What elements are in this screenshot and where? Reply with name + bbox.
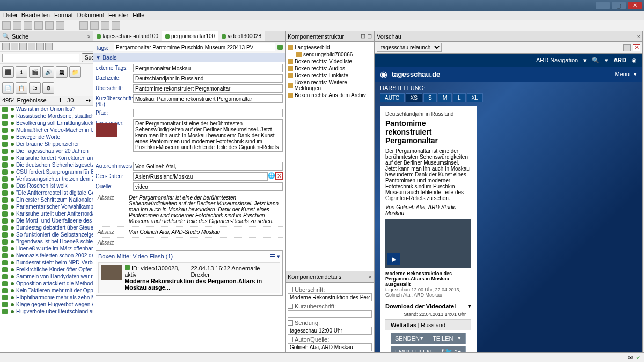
type-button[interactable]: ℹ bbox=[16, 66, 27, 78]
ard-nav[interactable]: ARD Navigation bbox=[536, 57, 578, 63]
filter-icon[interactable] bbox=[36, 43, 44, 50]
result-item[interactable]: "Die Antiterrordatei ist digitale Gewalt bbox=[0, 189, 93, 196]
result-item[interactable]: Rassistische Mordserie, staatliches Vers bbox=[0, 113, 93, 120]
menu-datei[interactable]: Datei bbox=[3, 12, 17, 19]
tree-tools[interactable]: ⊞ ⊟ bbox=[361, 33, 372, 40]
autor-input[interactable] bbox=[133, 162, 283, 171]
type-button[interactable]: 📁 bbox=[69, 66, 81, 78]
filter-icon[interactable] bbox=[2, 43, 10, 50]
result-item[interactable]: So funktioniert die Selbstanzeige bbox=[0, 231, 93, 238]
geo-pick-icon[interactable]: 🌐 bbox=[268, 172, 275, 179]
pfad-input[interactable] bbox=[133, 109, 283, 117]
ueberschrift-input[interactable] bbox=[133, 84, 283, 93]
toolbar-icon[interactable] bbox=[101, 21, 109, 30]
result-item[interactable]: Klage gegen Flugverbot wegen Aschew bbox=[0, 301, 93, 308]
result-item[interactable]: Karlsruhe fordert Korrekturen an Antit bbox=[0, 154, 93, 161]
chevron-down-icon[interactable]: ▾ bbox=[634, 71, 637, 78]
editor-tab[interactable]: pergamonaltar100 bbox=[162, 31, 218, 41]
result-item[interactable]: Bevölkerung soll Ermittlungslücken fül bbox=[0, 120, 93, 127]
result-item[interactable]: Neonazis feierten schon 2002 den NSU bbox=[0, 252, 93, 259]
weltatlas-value[interactable]: Russland bbox=[421, 322, 445, 328]
result-item[interactable]: Die Mord- und Überfallserie des NSU bbox=[0, 217, 93, 224]
result-item[interactable]: Die deutschen Sicherheitsgesetze bbox=[0, 161, 93, 168]
search-input[interactable] bbox=[2, 54, 79, 62]
search-icon[interactable]: 🔍 bbox=[592, 57, 599, 64]
menu-dokument[interactable]: Dokument bbox=[77, 12, 104, 19]
basis-header[interactable]: ▼ Basis bbox=[93, 53, 285, 62]
editor-tab[interactable]: video1300028 bbox=[218, 31, 265, 41]
kurzueberschrift-input[interactable] bbox=[133, 94, 283, 103]
checkbox[interactable] bbox=[288, 320, 293, 326]
detail-sendung[interactable] bbox=[288, 327, 372, 335]
result-item[interactable]: Bundestag debattiert über Steuerhinte bbox=[0, 224, 93, 231]
result-item[interactable]: Der braune Strippenzieher bbox=[0, 141, 93, 147]
size-l[interactable]: L bbox=[453, 93, 466, 102]
chevron-down-icon[interactable]: ▾ bbox=[468, 302, 471, 309]
dachzeile-input[interactable] bbox=[133, 74, 283, 83]
preview-tool-icon[interactable] bbox=[623, 44, 631, 51]
menu-hilfe[interactable]: Hilfe bbox=[133, 12, 144, 19]
chevron-down-icon[interactable]: ▾ bbox=[605, 57, 608, 64]
filter-icon[interactable] bbox=[28, 43, 35, 50]
type-button[interactable]: 📋 bbox=[16, 82, 27, 94]
langteaser-input[interactable]: Der Pergamonaltar ist eine der berühmtes… bbox=[133, 119, 283, 152]
window-close[interactable]: ✕ bbox=[628, 2, 642, 9]
result-item[interactable]: Verfassungsrichter trotzen dem Zeitdr bbox=[0, 175, 93, 182]
download-link[interactable]: Download der Videodatei bbox=[385, 303, 456, 309]
window-minimize[interactable]: — bbox=[596, 2, 610, 9]
preview-clear[interactable]: ✕ bbox=[633, 44, 640, 51]
result-item[interactable]: Freikirchliche Kinder öfter Opfer von G bbox=[0, 266, 93, 273]
teilen-button[interactable]: TEILEN▾ bbox=[428, 333, 466, 344]
size-m[interactable]: M bbox=[438, 93, 452, 102]
results-nav[interactable]: ⇢ bbox=[86, 97, 91, 104]
result-item[interactable]: Flugverbote über Deutschland aufgeho bbox=[0, 308, 93, 315]
type-button[interactable]: 📄 bbox=[2, 82, 14, 94]
chevron-down-icon[interactable]: ▾ bbox=[583, 57, 587, 64]
toolbar-icon[interactable] bbox=[112, 21, 120, 30]
tree-item[interactable]: Langteaserbild bbox=[288, 44, 372, 51]
tree-item[interactable]: Boxen rechts: Aus dem Archiv bbox=[288, 92, 372, 99]
filter-icon[interactable] bbox=[45, 43, 53, 50]
result-item[interactable]: Bewegende Worte bbox=[0, 134, 93, 141]
result-item[interactable]: Elbphilharmonie mehr als zehn Mal so t bbox=[0, 294, 93, 301]
result-item[interactable]: Sammeln von Handydaten war rechtsw bbox=[0, 273, 93, 280]
tags-input[interactable] bbox=[114, 43, 275, 51]
geo-input[interactable] bbox=[133, 172, 268, 181]
result-item[interactable]: Ein erster Schritt zum Nationalen Waff bbox=[0, 196, 93, 203]
status-mail-icon[interactable]: ✉ bbox=[628, 354, 633, 361]
size-auto[interactable]: AUTO bbox=[380, 93, 405, 102]
result-item[interactable]: Kein Taktieren mehr mit der Oppositio bbox=[0, 287, 93, 294]
result-item[interactable]: Opposition attackiert die Methode Selt bbox=[0, 280, 93, 287]
detail-autor[interactable] bbox=[288, 343, 372, 351]
result-item[interactable]: Mutmaßlicher Video-Macher in U-Haft bbox=[0, 127, 93, 134]
toolbar-icon[interactable] bbox=[90, 21, 99, 30]
quelle-input[interactable] bbox=[133, 182, 283, 191]
menu-format[interactable]: Format bbox=[54, 12, 73, 19]
toolbar-icon[interactable] bbox=[13, 21, 21, 30]
panel-close[interactable]: × bbox=[87, 33, 91, 40]
filter-icon[interactable] bbox=[11, 43, 18, 50]
externe-tags-input[interactable] bbox=[133, 64, 283, 72]
tagesschau-logo[interactable]: tagesschau.de bbox=[392, 70, 440, 78]
result-item[interactable]: CSU fordert Sparprogramm für Brüssel bbox=[0, 168, 93, 175]
toolbar-icon[interactable] bbox=[79, 21, 88, 30]
tree-item[interactable]: Boxen rechts: Weitere Meldungen bbox=[288, 79, 372, 92]
teaser-thumb[interactable] bbox=[96, 123, 117, 137]
result-item[interactable]: Bundesrat steht beim NPD-Verbot allei bbox=[0, 259, 93, 266]
toolbar-icon[interactable] bbox=[34, 21, 43, 30]
size-s[interactable]: S bbox=[423, 93, 437, 102]
checkbox[interactable] bbox=[288, 337, 293, 342]
preview-select[interactable]: tagesschau relaunch bbox=[377, 43, 442, 52]
result-item[interactable]: Parlamentarischer Vorwahlkampf bbox=[0, 203, 93, 210]
toolbar-icon[interactable] bbox=[2, 21, 11, 30]
video-item[interactable]: ID: video1300028, aktiv22.04.13 16:32 An… bbox=[98, 262, 280, 293]
type-button[interactable]: ⚙ bbox=[42, 82, 54, 94]
tree-item[interactable]: sendungsbild780866 bbox=[288, 51, 372, 58]
panel-close[interactable]: × bbox=[637, 33, 640, 40]
menu-button[interactable]: Menü bbox=[614, 71, 630, 77]
box-tools-icon[interactable]: ☰ ▾ bbox=[270, 253, 280, 260]
result-item[interactable]: Karlsruhe urteilt über Antiterrordatei bbox=[0, 210, 93, 217]
toolbar-icon[interactable] bbox=[45, 21, 54, 30]
type-button[interactable]: ⬛ bbox=[2, 66, 14, 78]
editor-tab[interactable]: tagesschau- -inland100 bbox=[93, 31, 162, 41]
